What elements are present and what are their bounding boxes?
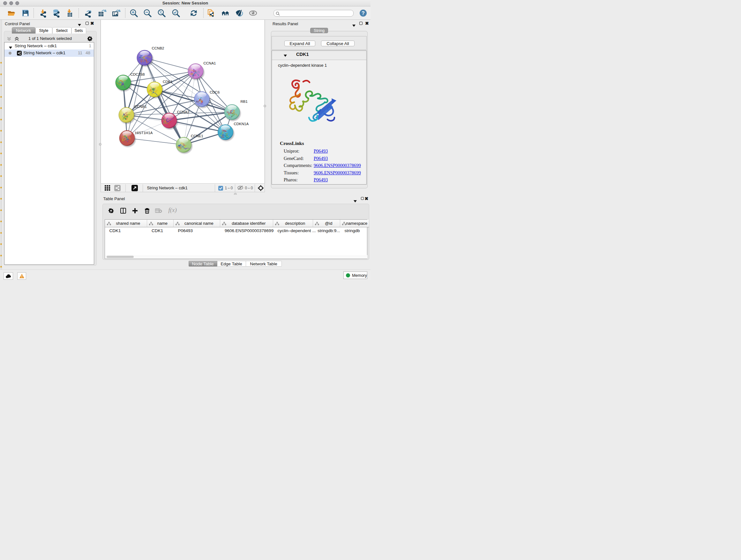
svg-text:CCNB2: CCNB2 — [151, 46, 164, 50]
svg-text:CCNE1: CCNE1 — [191, 134, 203, 138]
svg-text:CDK1: CDK1 — [163, 80, 173, 84]
svg-text:CCNA1: CCNA1 — [203, 61, 216, 65]
svg-text:CCNB1: CCNB1 — [134, 105, 147, 109]
svg-text:CCNA2: CCNA2 — [177, 110, 189, 114]
svg-text:CDC25B: CDC25B — [130, 72, 145, 76]
svg-text:RB1: RB1 — [240, 100, 247, 104]
svg-text:?: ? — [361, 10, 365, 16]
svg-text:CDKN1A: CDKN1A — [233, 122, 249, 126]
svg-text:HIST1H1A: HIST1H1A — [135, 131, 152, 135]
svg-text:CDC6: CDC6 — [210, 90, 219, 94]
svg-text:1 of 1 Network selected: 1 of 1 Network selected — [28, 36, 72, 41]
